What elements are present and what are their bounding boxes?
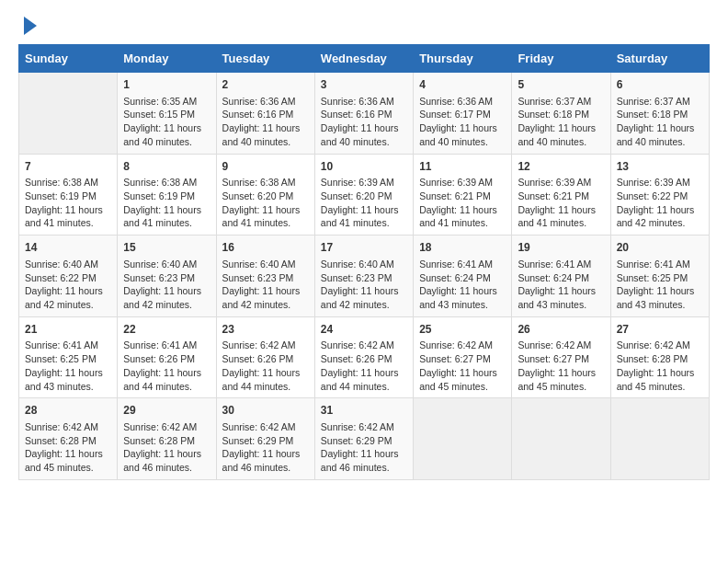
day-number: 26 bbox=[518, 322, 604, 338]
day-number: 23 bbox=[222, 322, 309, 338]
day-number: 21 bbox=[25, 322, 111, 338]
day-number: 30 bbox=[222, 403, 309, 419]
cell-content: Daylight: 11 hours and 40 minutes. bbox=[222, 121, 309, 148]
page-header bbox=[18, 18, 710, 35]
day-number: 3 bbox=[321, 77, 407, 93]
cell-content: Sunset: 6:15 PM bbox=[123, 108, 210, 121]
cell-content: Sunrise: 6:40 AM bbox=[321, 258, 407, 271]
calendar-cell: 20Sunrise: 6:41 AMSunset: 6:25 PMDayligh… bbox=[610, 236, 709, 317]
cell-content: Sunrise: 6:42 AM bbox=[617, 339, 703, 352]
cell-content: Daylight: 11 hours and 45 minutes. bbox=[419, 366, 506, 393]
cell-content: Sunset: 6:28 PM bbox=[123, 434, 210, 448]
calendar-week-row: 21Sunrise: 6:41 AMSunset: 6:25 PMDayligh… bbox=[19, 316, 710, 398]
cell-content: Sunrise: 6:39 AM bbox=[419, 176, 506, 190]
day-number: 29 bbox=[123, 403, 210, 419]
cell-content: Sunset: 6:28 PM bbox=[25, 434, 111, 448]
cell-content: Sunset: 6:16 PM bbox=[321, 108, 407, 121]
cell-content: Sunrise: 6:39 AM bbox=[321, 176, 407, 190]
calendar-cell: 21Sunrise: 6:41 AMSunset: 6:25 PMDayligh… bbox=[19, 316, 118, 398]
cell-content: Sunrise: 6:40 AM bbox=[222, 258, 309, 271]
day-header-monday: Monday bbox=[118, 45, 216, 73]
cell-content: Sunrise: 6:40 AM bbox=[25, 258, 111, 271]
cell-content: Daylight: 11 hours and 40 minutes. bbox=[419, 121, 506, 148]
cell-content: Sunset: 6:19 PM bbox=[123, 190, 210, 203]
day-number: 22 bbox=[123, 322, 210, 338]
days-header-row: SundayMondayTuesdayWednesdayThursdayFrid… bbox=[19, 45, 710, 73]
cell-content: Sunrise: 6:35 AM bbox=[123, 95, 210, 109]
day-header-saturday: Saturday bbox=[610, 45, 709, 73]
cell-content: Daylight: 11 hours and 46 minutes. bbox=[123, 447, 210, 474]
day-number: 13 bbox=[617, 159, 703, 175]
day-number: 5 bbox=[518, 77, 604, 93]
cell-content: Sunrise: 6:42 AM bbox=[222, 420, 309, 434]
cell-content: Daylight: 11 hours and 46 minutes. bbox=[222, 447, 309, 474]
cell-content: Sunrise: 6:37 AM bbox=[518, 95, 604, 109]
day-header-tuesday: Tuesday bbox=[216, 45, 314, 73]
calendar-cell: 5Sunrise: 6:37 AMSunset: 6:18 PMDaylight… bbox=[512, 73, 610, 155]
cell-content: Sunset: 6:22 PM bbox=[617, 190, 703, 203]
cell-content: Sunrise: 6:36 AM bbox=[419, 95, 506, 109]
calendar-cell: 12Sunrise: 6:39 AMSunset: 6:21 PMDayligh… bbox=[512, 154, 610, 236]
day-number: 11 bbox=[419, 159, 506, 175]
cell-content: Sunrise: 6:41 AM bbox=[25, 339, 111, 352]
calendar-cell: 27Sunrise: 6:42 AMSunset: 6:28 PMDayligh… bbox=[610, 316, 709, 398]
day-number: 10 bbox=[321, 159, 407, 175]
cell-content: Sunrise: 6:38 AM bbox=[222, 176, 309, 190]
calendar-cell bbox=[19, 73, 118, 155]
cell-content: Sunset: 6:23 PM bbox=[222, 271, 309, 285]
calendar-cell: 3Sunrise: 6:36 AMSunset: 6:16 PMDaylight… bbox=[314, 73, 413, 155]
day-number: 6 bbox=[617, 77, 703, 93]
cell-content: Sunset: 6:23 PM bbox=[123, 271, 210, 285]
calendar-cell: 17Sunrise: 6:40 AMSunset: 6:23 PMDayligh… bbox=[314, 236, 413, 317]
cell-content: Daylight: 11 hours and 42 minutes. bbox=[25, 284, 111, 311]
day-number: 18 bbox=[419, 240, 506, 256]
day-number: 2 bbox=[222, 77, 309, 93]
calendar-cell bbox=[512, 398, 610, 480]
cell-content: Sunset: 6:21 PM bbox=[518, 190, 604, 203]
day-number: 25 bbox=[419, 322, 506, 338]
cell-content: Daylight: 11 hours and 40 minutes. bbox=[617, 121, 703, 148]
cell-content: Sunrise: 6:41 AM bbox=[123, 339, 210, 352]
cell-content: Sunrise: 6:41 AM bbox=[617, 258, 703, 271]
calendar-cell bbox=[414, 398, 512, 480]
calendar-cell: 16Sunrise: 6:40 AMSunset: 6:23 PMDayligh… bbox=[216, 236, 314, 317]
cell-content: Sunrise: 6:40 AM bbox=[123, 258, 210, 271]
day-number: 19 bbox=[518, 240, 604, 256]
day-number: 16 bbox=[222, 240, 309, 256]
day-number: 8 bbox=[123, 159, 210, 175]
day-number: 28 bbox=[25, 403, 111, 419]
day-number: 7 bbox=[25, 159, 111, 175]
cell-content: Daylight: 11 hours and 45 minutes. bbox=[518, 366, 604, 393]
day-number: 4 bbox=[419, 77, 506, 93]
cell-content: Sunset: 6:25 PM bbox=[617, 271, 703, 285]
day-number: 27 bbox=[617, 322, 703, 338]
cell-content: Sunrise: 6:39 AM bbox=[617, 176, 703, 190]
cell-content: Daylight: 11 hours and 43 minutes. bbox=[25, 366, 111, 393]
cell-content: Daylight: 11 hours and 41 minutes. bbox=[419, 203, 506, 230]
calendar-cell: 18Sunrise: 6:41 AMSunset: 6:24 PMDayligh… bbox=[414, 236, 512, 317]
cell-content: Daylight: 11 hours and 43 minutes. bbox=[419, 284, 506, 311]
cell-content: Daylight: 11 hours and 44 minutes. bbox=[222, 366, 309, 393]
cell-content: Daylight: 11 hours and 42 minutes. bbox=[123, 284, 210, 311]
day-header-sunday: Sunday bbox=[19, 45, 118, 73]
cell-content: Sunset: 6:19 PM bbox=[25, 190, 111, 203]
cell-content: Sunrise: 6:42 AM bbox=[518, 339, 604, 352]
cell-content: Sunset: 6:26 PM bbox=[222, 352, 309, 366]
cell-content: Sunset: 6:22 PM bbox=[25, 271, 111, 285]
cell-content: Sunset: 6:17 PM bbox=[419, 108, 506, 121]
calendar-cell: 25Sunrise: 6:42 AMSunset: 6:27 PMDayligh… bbox=[414, 316, 512, 398]
cell-content: Daylight: 11 hours and 43 minutes. bbox=[617, 284, 703, 311]
cell-content: Sunset: 6:25 PM bbox=[25, 352, 111, 366]
calendar-week-row: 7Sunrise: 6:38 AMSunset: 6:19 PMDaylight… bbox=[19, 154, 710, 236]
cell-content: Sunset: 6:27 PM bbox=[419, 352, 506, 366]
cell-content: Sunrise: 6:42 AM bbox=[123, 420, 210, 434]
cell-content: Daylight: 11 hours and 41 minutes. bbox=[222, 203, 309, 230]
calendar-cell: 11Sunrise: 6:39 AMSunset: 6:21 PMDayligh… bbox=[414, 154, 512, 236]
day-number: 17 bbox=[321, 240, 407, 256]
calendar-cell: 7Sunrise: 6:38 AMSunset: 6:19 PMDaylight… bbox=[19, 154, 118, 236]
day-number: 1 bbox=[123, 77, 210, 93]
day-number: 15 bbox=[123, 240, 210, 256]
cell-content: Daylight: 11 hours and 40 minutes. bbox=[123, 121, 210, 148]
calendar-cell: 6Sunrise: 6:37 AMSunset: 6:18 PMDaylight… bbox=[610, 73, 709, 155]
calendar-cell: 31Sunrise: 6:42 AMSunset: 6:29 PMDayligh… bbox=[314, 398, 413, 480]
